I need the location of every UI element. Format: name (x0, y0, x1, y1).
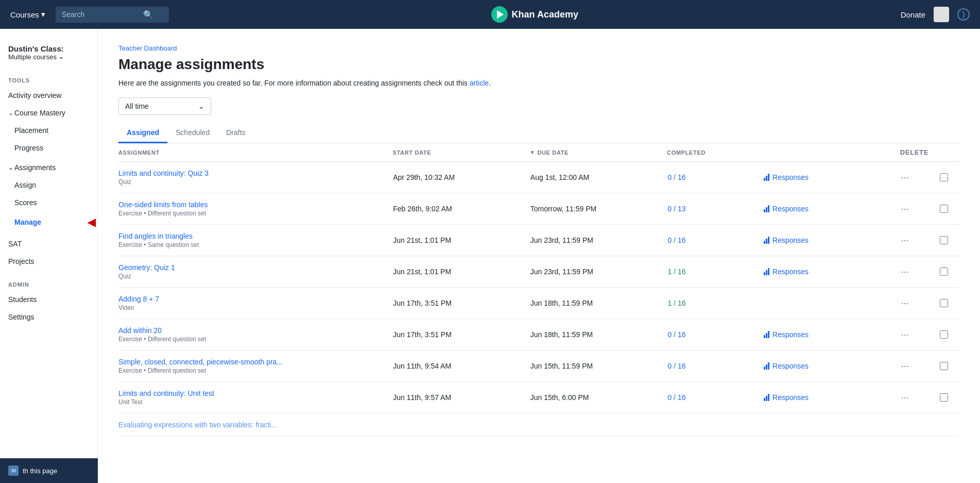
responses-button[interactable]: Responses (764, 173, 901, 181)
feedback-bar[interactable]: ✉ th this page (0, 458, 98, 483)
select-row-checkbox[interactable] (940, 205, 948, 213)
sidebar-item-placement[interactable]: Placement (0, 122, 97, 139)
donate-button[interactable]: Donate (901, 10, 925, 19)
assignment-name-link[interactable]: Find angles in triangles (118, 232, 393, 240)
search-box[interactable]: 🔍 (56, 7, 169, 23)
responses-button[interactable]: Responses (764, 330, 901, 339)
feedback-label: th this page (23, 467, 57, 475)
responses-label: Responses (772, 362, 809, 370)
responses-button[interactable]: Responses (764, 393, 901, 402)
sidebar-item-settings[interactable]: Settings (0, 308, 97, 326)
more-options-button[interactable]: ··· (901, 392, 909, 403)
sidebar-item-label: Placement (14, 126, 48, 135)
select-row-checkbox[interactable] (940, 236, 948, 244)
responses-cell: Responses (764, 205, 901, 213)
select-checkbox-cell (929, 299, 959, 307)
user-badge[interactable]: ) (957, 8, 970, 21)
main-content: Teacher Dashboard Manage assignments Her… (98, 29, 980, 483)
sidebar-item-scores[interactable]: Scores (0, 194, 97, 211)
assignment-name-link[interactable]: Geometry: Quiz 1 (118, 263, 393, 272)
completed-count: 1 / 16 (667, 268, 764, 276)
more-options-button[interactable]: ··· (901, 204, 909, 214)
filter-row: All time ⌄ (118, 97, 959, 115)
col-header-delete: Delete (900, 148, 929, 156)
article-link[interactable]: article (470, 79, 489, 87)
start-date: Jun 21st, 1:01 PM (393, 268, 530, 276)
desc-text: Here are the assignments you created so … (118, 79, 470, 87)
completed-count: 0 / 16 (667, 236, 764, 244)
assignment-type: Exercise • Different question set (118, 367, 393, 374)
chevron-icon: ⌄ (8, 164, 13, 171)
sidebar-item-sat[interactable]: SAT (0, 235, 97, 253)
tab-scheduled[interactable]: Scheduled (167, 123, 218, 143)
search-input[interactable] (62, 10, 139, 19)
bar-chart-icon (764, 331, 769, 338)
responses-label: Responses (772, 330, 809, 339)
tab-drafts[interactable]: Drafts (218, 123, 253, 143)
assignment-name-link[interactable]: Limits and continuity: Unit test (118, 389, 393, 397)
assignment-name-link[interactable]: One-sided limits from tables (118, 201, 393, 209)
table-row: Geometry: Quiz 1 Quiz Jun 21st, 1:01 PM … (118, 256, 959, 288)
sidebar-item-progress[interactable]: Progress (0, 139, 97, 157)
more-options-cell: ··· (901, 267, 929, 277)
assignment-cell: Find angles in triangles Exercise • Same… (118, 232, 393, 248)
more-options-button[interactable]: ··· (901, 267, 909, 277)
select-checkbox-cell (929, 236, 959, 244)
more-options-button[interactable]: ··· (901, 298, 909, 308)
start-date: Jun 17th, 3:51 PM (393, 330, 530, 339)
responses-button[interactable]: Responses (764, 236, 901, 244)
more-options-button[interactable]: ··· (901, 361, 909, 371)
table-row: Adding 8 + 7 Video Jun 17th, 3:51 PM Jun… (118, 288, 959, 319)
tab-label: Drafts (226, 128, 245, 137)
select-row-checkbox[interactable] (940, 173, 948, 181)
sidebar-item-label: Manage (14, 218, 41, 226)
assignment-name-link[interactable]: Add within 20 (118, 326, 393, 335)
assignment-name-link[interactable]: Limits and continuity: Quiz 3 (118, 169, 393, 177)
assignment-name-link[interactable]: Evaluating expressions with two variable… (118, 421, 393, 429)
sidebar-item-assignments[interactable]: ⌄ Assignments (0, 159, 97, 176)
sidebar-item-manage[interactable]: Manage ◀ (0, 211, 97, 233)
col-header-due[interactable]: ▼ DUE DATE (530, 149, 667, 156)
sidebar-item-projects[interactable]: Projects (0, 253, 97, 270)
table-row: Limits and continuity: Quiz 3 Quiz Apr 2… (118, 162, 959, 193)
responses-label: Responses (772, 173, 809, 181)
more-options-button[interactable]: ··· (901, 235, 909, 245)
assignment-name-link[interactable]: Simple, closed, connected, piecewise-smo… (118, 358, 393, 366)
col-header-assignment: ASSIGNMENT (118, 149, 393, 156)
due-date: Jun 15th, 6:00 PM (530, 393, 668, 402)
page-description: Here are the assignments you created so … (118, 79, 959, 87)
responses-button[interactable]: Responses (764, 268, 901, 276)
sidebar-item-assign[interactable]: Assign (0, 176, 97, 194)
bar-chart-icon (764, 237, 769, 244)
assignment-name-link[interactable]: Adding 8 + 7 (118, 295, 393, 303)
class-selector[interactable]: Dustin's Class: Multiple courses ⌄ (0, 39, 97, 71)
more-options-cell: ··· (901, 361, 929, 372)
page-title: Manage assignments (118, 56, 959, 73)
more-options-button[interactable]: ··· (901, 329, 909, 340)
select-row-checkbox[interactable] (940, 330, 948, 339)
table-row: Evaluating expressions with two variable… (118, 413, 959, 437)
select-row-checkbox[interactable] (940, 299, 948, 307)
sidebar-item-course-mastery[interactable]: ⌄ Course Mastery (0, 104, 97, 122)
time-filter-dropdown[interactable]: All time ⌄ (118, 97, 211, 115)
assignment-cell: One-sided limits from tables Exercise • … (118, 201, 393, 217)
col-header-due-label: DUE DATE (537, 149, 569, 156)
tools-section-label: TOOLS (0, 71, 97, 87)
sidebar-item-label: Projects (8, 257, 35, 265)
responses-button[interactable]: Responses (764, 362, 901, 370)
sidebar-item-activity-overview[interactable]: Activity overview (0, 87, 97, 104)
responses-button[interactable]: Responses (764, 205, 901, 213)
tab-assigned[interactable]: Assigned (118, 123, 167, 143)
select-row-checkbox[interactable] (940, 393, 948, 402)
sidebar-item-students[interactable]: Students (0, 291, 97, 308)
filter-label: All time (125, 102, 149, 110)
assignment-type: Exercise • Same question set (118, 241, 393, 248)
sidebar-item-label: Scores (14, 198, 37, 207)
breadcrumb[interactable]: Teacher Dashboard (118, 44, 959, 52)
top-navigation: Courses ▾ 🔍 Khan Academy Donate ) (0, 0, 980, 29)
select-row-checkbox[interactable] (940, 268, 948, 276)
logo-text: Khan Academy (512, 9, 578, 20)
courses-dropdown[interactable]: Courses ▾ (10, 10, 45, 19)
more-options-button[interactable]: ··· (901, 172, 909, 182)
select-row-checkbox[interactable] (940, 362, 948, 370)
